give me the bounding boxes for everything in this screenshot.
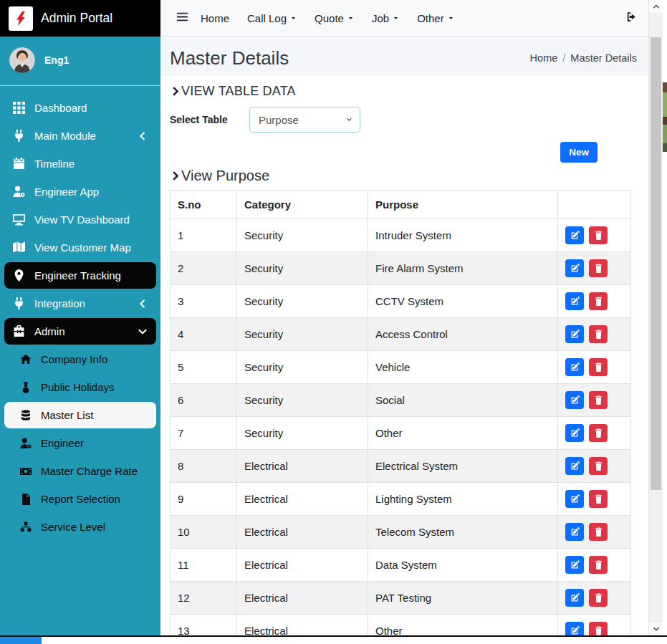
cell-actions bbox=[558, 285, 631, 318]
top-navbar: Home Call Log Quote Job bbox=[160, 0, 648, 37]
sidebar-item-dashboard[interactable]: Dashboard bbox=[4, 95, 156, 121]
cell-actions bbox=[558, 483, 631, 516]
edit-icon bbox=[570, 428, 580, 438]
delete-button[interactable] bbox=[589, 292, 608, 310]
sidebar-item-engineer-tracking[interactable]: Engineer Tracking bbox=[4, 262, 156, 289]
sidebar-item-admin[interactable]: Admin bbox=[4, 318, 156, 345]
sidebar-item-view-tv-dashboard[interactable]: View TV Dashboard bbox=[4, 206, 156, 233]
app-logo[interactable] bbox=[9, 6, 33, 31]
page-title: Master Details bbox=[170, 47, 289, 69]
avatar[interactable] bbox=[9, 47, 35, 73]
cell-category: Security bbox=[237, 351, 368, 384]
cell-actions bbox=[558, 384, 631, 417]
sign-out-icon bbox=[625, 11, 637, 23]
delete-button[interactable] bbox=[589, 556, 608, 574]
edit-icon bbox=[570, 560, 580, 569]
edit-icon bbox=[570, 362, 580, 372]
sidebar-item-master-charge-rate[interactable]: Master Charge Rate bbox=[4, 458, 156, 484]
sidebar-item-main-module[interactable]: Main Module bbox=[4, 122, 156, 149]
purpose-table: S.no Category Purpose 1 Security Intrude… bbox=[170, 190, 631, 635]
edit-button[interactable] bbox=[565, 226, 584, 244]
map-icon bbox=[13, 241, 25, 254]
delete-button[interactable] bbox=[589, 391, 608, 409]
breadcrumb-separator: / bbox=[562, 52, 565, 64]
cell-category: Security bbox=[237, 318, 368, 351]
chevron-up-icon bbox=[653, 3, 660, 10]
cell-sno: 10 bbox=[171, 516, 237, 549]
nav-item-job[interactable]: Job bbox=[372, 12, 399, 24]
new-button[interactable]: New bbox=[560, 142, 598, 163]
cell-category: Security bbox=[237, 285, 368, 318]
sitemap-icon bbox=[20, 522, 32, 533]
delete-button[interactable] bbox=[589, 358, 608, 376]
scroll-up-button[interactable] bbox=[649, 0, 663, 13]
edit-button[interactable] bbox=[565, 556, 584, 574]
delete-button[interactable] bbox=[589, 325, 608, 343]
trash-icon bbox=[594, 560, 603, 569]
sidebar-item-public-holidays[interactable]: Public Holidays bbox=[4, 374, 156, 400]
delete-button[interactable] bbox=[589, 589, 608, 607]
edit-button[interactable] bbox=[565, 424, 584, 442]
nav-item-call-log[interactable]: Call Log bbox=[247, 12, 297, 24]
map-sliver bbox=[663, 125, 667, 143]
sidebar-item-engineer[interactable]: Engineer bbox=[4, 430, 156, 456]
sidebar-item-label: Public Holidays bbox=[41, 381, 115, 393]
cell-sno: 7 bbox=[171, 417, 237, 450]
delete-button[interactable] bbox=[589, 259, 608, 277]
edit-button[interactable] bbox=[565, 490, 584, 508]
sidebar-item-engineer-app[interactable]: Engineer App bbox=[4, 178, 156, 205]
sidebar-item-company-info[interactable]: Company Info bbox=[4, 346, 156, 373]
edit-button[interactable] bbox=[565, 259, 584, 277]
edit-button[interactable] bbox=[565, 523, 584, 541]
delete-button[interactable] bbox=[589, 457, 608, 475]
sidebar-item-report-selection[interactable]: Report Selection bbox=[4, 486, 156, 512]
horizontal-scrollbar-thumb[interactable] bbox=[0, 637, 42, 644]
table-header: S.no Category Purpose bbox=[171, 191, 631, 219]
edit-button[interactable] bbox=[565, 325, 584, 343]
plug-icon bbox=[13, 130, 25, 142]
sidebar-item-integration[interactable]: Integration bbox=[4, 290, 156, 317]
edit-button[interactable] bbox=[565, 391, 584, 409]
sidebar-item-service-level[interactable]: Service Level bbox=[4, 514, 156, 540]
edit-button[interactable] bbox=[565, 457, 584, 475]
delete-button[interactable] bbox=[589, 622, 608, 635]
cell-category: Security bbox=[237, 252, 368, 285]
nav-item-quote[interactable]: Quote bbox=[315, 12, 354, 24]
edit-button[interactable] bbox=[565, 358, 584, 376]
sidebar-item-label: Timeline bbox=[34, 158, 75, 170]
nav-item-other[interactable]: Other bbox=[417, 12, 454, 24]
table-select[interactable]: Purpose bbox=[249, 107, 360, 133]
sidebar-item-label: View Customer Map bbox=[34, 241, 131, 254]
delete-button[interactable] bbox=[589, 490, 608, 508]
sidebar-item-label: Engineer bbox=[41, 437, 84, 449]
sidebar-item-label: Company Info bbox=[41, 353, 107, 365]
sidebar-item-label: Main Module bbox=[34, 130, 96, 142]
sidebar-item-master-list[interactable]: Master List bbox=[4, 402, 156, 428]
edit-button[interactable] bbox=[565, 589, 584, 607]
cell-actions bbox=[558, 615, 631, 636]
cell-sno: 9 bbox=[171, 483, 237, 516]
edit-icon bbox=[570, 297, 580, 306]
chevron-down-icon bbox=[138, 327, 148, 337]
sign-out-button[interactable] bbox=[623, 10, 638, 26]
delete-button[interactable] bbox=[589, 226, 608, 244]
sidebar-item-view-customer-map[interactable]: View Customer Map bbox=[4, 234, 156, 261]
user-gear-icon bbox=[20, 438, 32, 449]
vertical-scrollbar-thumb[interactable] bbox=[651, 37, 661, 490]
table-row: 11 Electrical Data System bbox=[171, 549, 631, 582]
delete-button[interactable] bbox=[589, 523, 608, 541]
trash-icon bbox=[594, 362, 603, 372]
breadcrumb-home[interactable]: Home bbox=[530, 52, 558, 64]
user-gear-icon bbox=[13, 186, 25, 198]
select-table-row: Select Table Purpose bbox=[170, 107, 639, 133]
sidebar-header: Admin Portal bbox=[0, 0, 160, 37]
nav-item-home[interactable]: Home bbox=[201, 12, 229, 24]
delete-button[interactable] bbox=[589, 424, 608, 442]
map-marker-icon bbox=[13, 269, 25, 282]
scroll-down-button[interactable] bbox=[649, 623, 663, 635]
edit-button[interactable] bbox=[565, 292, 584, 310]
menu-toggle-button[interactable] bbox=[174, 10, 190, 26]
caret-down-icon bbox=[347, 15, 354, 21]
sidebar-item-timeline[interactable]: Timeline bbox=[4, 150, 156, 177]
edit-button[interactable] bbox=[565, 622, 584, 635]
